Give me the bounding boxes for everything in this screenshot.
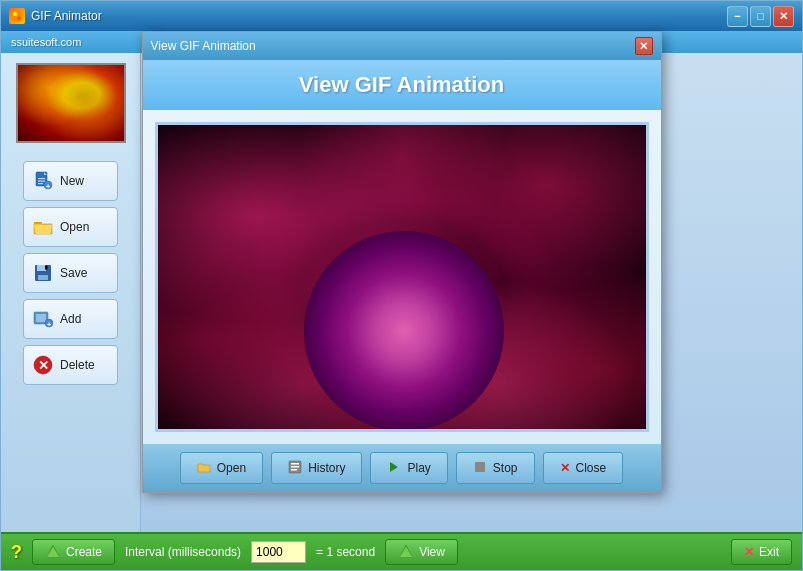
svg-rect-22 (291, 463, 299, 465)
modal-title: View GIF Animation (151, 39, 256, 53)
modal-stop-label: Stop (493, 461, 518, 475)
modal-dialog-close-button[interactable]: ✕ Close (543, 452, 624, 484)
modal-stop-button[interactable]: Stop (456, 452, 535, 484)
svg-rect-24 (291, 469, 297, 471)
create-label: Create (66, 545, 102, 559)
gif-preview-area (155, 122, 649, 432)
svg-marker-28 (47, 547, 59, 557)
status-bar: ? Create Interval (milliseconds) = 1 sec… (1, 532, 802, 570)
history-icon (288, 460, 302, 477)
view-label: View (419, 545, 445, 559)
play-icon (387, 460, 401, 477)
modal-play-label: Play (407, 461, 430, 475)
open-folder-icon (197, 460, 211, 477)
svg-rect-26 (475, 462, 485, 472)
interval-input[interactable] (251, 541, 306, 563)
modal-play-button[interactable]: Play (370, 452, 447, 484)
modal-header-text: View GIF Animation (299, 72, 504, 97)
modal-header: View GIF Animation (143, 60, 661, 110)
modal-close-label: Close (576, 461, 607, 475)
main-window: GIF Animator − □ ✕ ssuitesoft.com (0, 0, 803, 571)
interval-label: Interval (milliseconds) (125, 545, 241, 559)
modal-history-label: History (308, 461, 345, 475)
close-x-icon: ✕ (560, 461, 570, 475)
svg-rect-23 (291, 466, 299, 468)
help-button[interactable]: ? (11, 542, 22, 563)
modal-open-label: Open (217, 461, 246, 475)
equals-label: = 1 second (316, 545, 375, 559)
exit-button[interactable]: ✕ Exit (731, 539, 792, 565)
create-button[interactable]: Create (32, 539, 115, 565)
flower-center (304, 231, 504, 431)
stop-icon (473, 460, 487, 477)
modal-close-button[interactable]: ✕ (635, 37, 653, 55)
flower-image (158, 125, 646, 429)
svg-marker-30 (400, 547, 412, 557)
modal-content (143, 110, 661, 444)
view-icon (398, 543, 414, 562)
modal-dialog: View GIF Animation ✕ View GIF Animation (142, 31, 662, 493)
modal-overlay: View GIF Animation ✕ View GIF Animation (1, 1, 802, 532)
exit-label: Exit (759, 545, 779, 559)
view-button[interactable]: View (385, 539, 458, 565)
modal-open-button[interactable]: Open (180, 452, 263, 484)
svg-marker-25 (390, 462, 398, 472)
exit-x-icon: ✕ (744, 545, 754, 559)
modal-footer: Open History (143, 444, 661, 492)
modal-title-bar: View GIF Animation ✕ (143, 32, 661, 60)
modal-history-button[interactable]: History (271, 452, 362, 484)
create-icon (45, 543, 61, 562)
